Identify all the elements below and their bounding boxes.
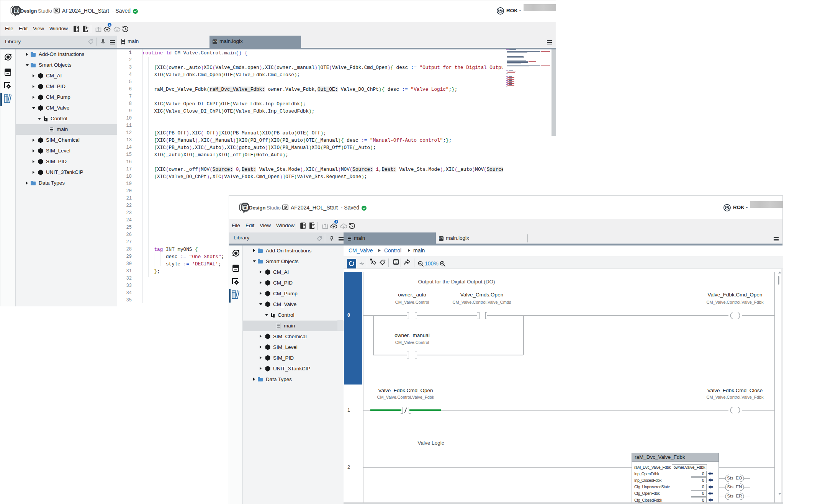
svg-text:FT: FT <box>14 8 19 13</box>
svg-text:FT: FT <box>243 205 247 209</box>
